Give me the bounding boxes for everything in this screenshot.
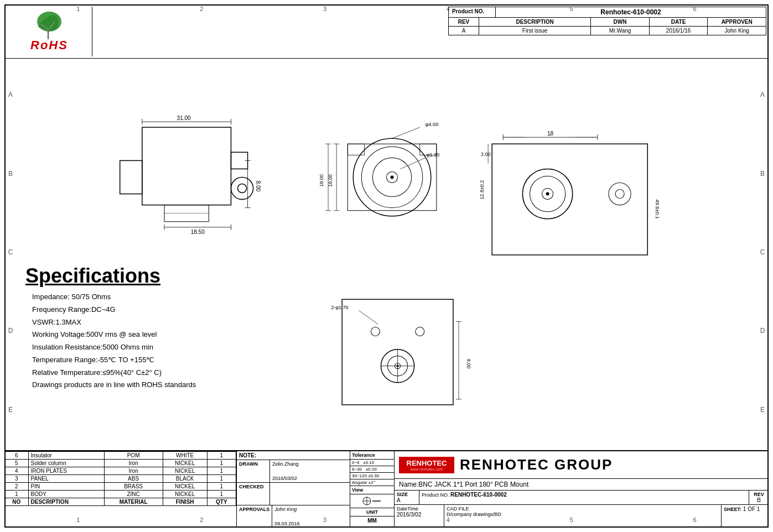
svg-text:2.00: 2.00 [481, 152, 491, 157]
spec-item-4: Insulation Resistance:5000 Ohms min [32, 341, 241, 354]
dwn-value: Mr.Wang [591, 27, 650, 35]
bottom-table: 6 Insulator POM WHITE 1 5 Solder column … [4, 450, 769, 528]
datetime-cell: DateTime 2016/3/02 [395, 505, 444, 528]
svg-point-44 [546, 192, 549, 196]
spec-item-2: VSWR:1.3MAX [32, 316, 241, 329]
drawn-date: 2016/03/02 [272, 476, 299, 481]
svg-text:8.00: 8.00 [466, 359, 471, 369]
bom-row-2: 2 PIN BRASS NICKEL 1 [5, 483, 236, 491]
drawn-row: DRAWN Zelin.Zhang 2016/03/02 [237, 460, 350, 483]
bom-row-4: 4 IRON PLATES Iron NICKEL 1 [5, 467, 236, 475]
col-num-3: 3 [263, 6, 387, 15]
header-row: REV DESCRIPTION DWN DATE APPROVEN [449, 18, 766, 27]
renhotec-badge: RENHOTEC www.renhotec.com [399, 457, 454, 473]
view-label: View [350, 486, 394, 494]
notes-drawn-area: NOTE: DRAWN Zelin.Zhang 2016/03/02 CHECK… [237, 451, 350, 528]
approvals-row: APPROVALS John King 09.03.2016 [237, 505, 350, 528]
spec-item-6: Relative Temperature:≤95%(40° C±2° C) [32, 367, 241, 379]
bom-table: 6 Insulator POM WHITE 1 5 Solder column … [4, 451, 236, 506]
specs-title: Specifications [25, 264, 241, 288]
date-header: DATE [650, 18, 708, 26]
spec-item-0: Impedance: 50/75 Ohms [32, 291, 241, 304]
product-row: Product NO. Renhotec-610-0002 [449, 7, 766, 18]
date-value: 2016/1/16 [650, 27, 708, 35]
svg-point-60 [416, 327, 424, 336]
drawn-name: Zelin.Zhang [272, 461, 299, 467]
product-no-cell: Product NO. RENHOTEC-610-0002 [419, 491, 749, 504]
svg-line-67 [359, 310, 378, 324]
row-d-right: D [758, 291, 767, 370]
renhotec-area: RENHOTEC www.renhotec.com RENHOTEC GROUP… [395, 451, 769, 528]
svg-text:18.00: 18.00 [319, 174, 324, 187]
approvals-info: John King 09.03.2016 [272, 505, 302, 528]
svg-text:16.00: 16.00 [328, 174, 333, 187]
bom-row-1: 1 BODY ZINC NICKEL 1 [5, 491, 236, 498]
sheet-cell: SHEET: 1 OF 1 [722, 505, 769, 528]
approvals-date: 09.03.2016 [274, 521, 299, 526]
bom-row-6: 6 Insulator POM WHITE 1 [5, 452, 236, 460]
svg-point-24 [391, 175, 394, 179]
svg-line-28 [392, 127, 420, 138]
svg-point-59 [371, 327, 380, 336]
tol-row-0: 0~6 ±0.10 [350, 460, 394, 466]
svg-rect-40 [492, 144, 647, 255]
tolerance-view-unit: Tolerance 0~6 ±0.10 6~30 ±0.20 30~120 ±0… [350, 451, 395, 528]
unit-label: UNIT [350, 508, 394, 517]
svg-point-45 [609, 183, 631, 205]
row-a-right: A [758, 55, 767, 134]
checked-row: CHECKED [237, 483, 350, 505]
datetime-row: DateTime 2016/3/02 CAD FILE D/company dr… [395, 505, 769, 528]
svg-text:φ4.00: φ4.00 [426, 122, 438, 127]
bom-table-area: 6 Insulator POM WHITE 1 5 Solder column … [4, 451, 237, 528]
desc-value: First issue [479, 27, 591, 35]
specifications-area: Specifications Impedance: 50/75 Ohms Fre… [14, 60, 241, 450]
dwn-header: DWN [591, 18, 650, 26]
row-b-right: B [758, 134, 767, 212]
size-cell: SIZE A [395, 491, 419, 504]
drawn-label: DRAWN [237, 460, 270, 482]
bom-row-3: 3 PANEL ABS BLACK 1 [5, 475, 236, 483]
approver-header: APPROVEN [708, 18, 766, 26]
tol-row-1: 6~30 ±0.20 [350, 466, 394, 473]
tolerance-label: Tolerance [350, 451, 394, 460]
note-label: NOTE: [237, 451, 350, 460]
svg-point-46 [615, 190, 624, 199]
part-name: Name:BNC JACK 1*1 Port 180° PCB Mount [395, 479, 769, 491]
rev-cell: REV B [749, 491, 769, 504]
approvals-sig: John King [274, 507, 299, 512]
bom-header-row: NO DESCRIPTION MATERIAL FINISH QTY [5, 498, 236, 506]
approver-value: John King [708, 27, 766, 35]
product-no-value: Renhotec-610-0002 [496, 7, 766, 17]
svg-text:18: 18 [547, 131, 554, 137]
bom-row-5: 5 Solder column Iron NICKEL 1 [5, 460, 236, 467]
specs-section: Specifications Impedance: 50/75 Ohms Fre… [25, 264, 241, 392]
svg-text:49.6±0.1: 49.6±0.1 [655, 200, 660, 219]
row-c-right: C [758, 213, 767, 291]
drawn-info: Zelin.Zhang 2016/03/02 [270, 460, 301, 482]
renhotec-logo-row: RENHOTEC www.renhotec.com RENHOTEC GROUP [395, 451, 769, 479]
header-border [4, 58, 769, 59]
svg-text:12.8±0.2: 12.8±0.2 [479, 180, 485, 200]
checked-value [270, 483, 274, 505]
title-block: Product NO. Renhotec-610-0002 REV DESCRI… [448, 7, 766, 35]
svg-text:2-φ1.70: 2-φ1.70 [331, 305, 348, 310]
svg-text:8.00: 8.00 [255, 181, 261, 192]
svg-text:φ1.30: φ1.30 [427, 152, 439, 158]
rohs-text: RoHS [30, 38, 68, 53]
rohs-logo: RoHS [27, 11, 71, 53]
tol-row-2: 30~120 ±0.30 [350, 473, 394, 479]
checked-label: CHECKED [237, 483, 270, 505]
rohs-logo-area: RoHS [7, 7, 92, 56]
spec-item-3: Working Voltage:500V rms @ sea level [32, 328, 241, 341]
approvals-label: APPROVALS [237, 505, 272, 528]
rohs-leaf-icon [27, 11, 71, 41]
unit-value: MM [350, 517, 394, 525]
row-e-right: E [758, 371, 767, 449]
svg-line-30 [401, 158, 426, 169]
col-num-2: 2 [140, 6, 263, 15]
cad-file-cell: CAD FILE D/company drawings/BD [444, 505, 722, 528]
desc-header: DESCRIPTION [479, 18, 591, 26]
data-row: A First issue Mr.Wang 2016/1/16 John Kin… [449, 27, 766, 35]
size-product-row: SIZE A Product NO. RENHOTEC-610-0002 REV… [395, 491, 769, 505]
view-symbol [359, 496, 386, 507]
